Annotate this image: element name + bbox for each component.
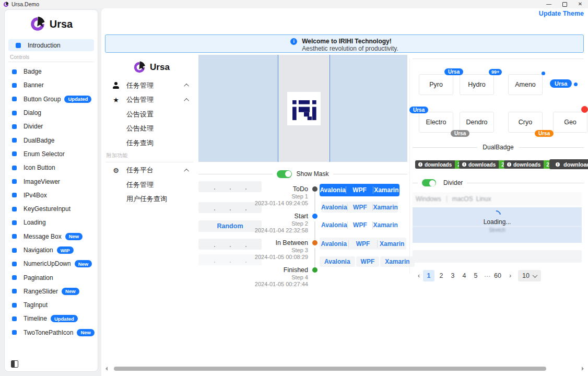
loading-panel: Stretch Loading... bbox=[413, 207, 582, 243]
divider-line bbox=[198, 174, 273, 174]
menu-subitem-announcement-settings[interactable]: 公告设置 bbox=[104, 107, 198, 122]
page-next-button[interactable]: › bbox=[507, 270, 514, 281]
status-badge: New bbox=[75, 260, 92, 267]
xamarin-button[interactable]: Xamarin bbox=[372, 204, 398, 211]
irihi-logo-image bbox=[287, 92, 321, 125]
sidebar-item-navigation[interactable]: NavigationWIP bbox=[5, 243, 98, 257]
sidebar-item-introduction[interactable]: Introduction bbox=[8, 39, 94, 51]
xamarin-button[interactable]: Xamarin bbox=[373, 186, 399, 194]
page-1-button[interactable]: 1 bbox=[423, 270, 434, 281]
show-mask-toggle[interactable] bbox=[277, 170, 292, 178]
scroll-right-arrow[interactable] bbox=[582, 367, 584, 371]
wpf-button[interactable]: WPF bbox=[347, 204, 373, 211]
minimize-button[interactable]: — bbox=[541, 0, 557, 8]
bullet-icon bbox=[12, 262, 17, 266]
bullet-icon bbox=[12, 166, 17, 170]
avalonia-button[interactable]: Avalonia bbox=[321, 221, 347, 229]
page-2-button[interactable]: 2 bbox=[436, 270, 447, 281]
banner-subtitle: Aesthetic revolution of productivity. bbox=[302, 45, 398, 52]
sidebar-item-pagination[interactable]: Pagination bbox=[5, 271, 98, 284]
page-5-button[interactable]: 5 bbox=[470, 270, 481, 281]
sidebar-item-timeline[interactable]: TimelineUpdated bbox=[5, 312, 98, 325]
horizontal-scrollbar-thumb[interactable] bbox=[114, 367, 546, 371]
xamarin-button[interactable]: Xamarin bbox=[372, 221, 398, 229]
chevron-up-icon[interactable] bbox=[184, 98, 189, 103]
image-viewer[interactable] bbox=[198, 55, 407, 162]
divider-line bbox=[413, 183, 418, 183]
sidebar-item-button-group[interactable]: Button GroupUpdated bbox=[5, 92, 98, 106]
sidebar-item-icon-button[interactable]: Icon Button bbox=[5, 161, 98, 174]
ursa-standalone-badge: Ursa bbox=[550, 79, 572, 88]
menu-subitem-task-query[interactable]: 任务查询 bbox=[104, 136, 198, 150]
sidebar-item-message-box[interactable]: Message BoxNew bbox=[5, 230, 98, 243]
menu-subitem-announcement-processing[interactable]: 公告处理 bbox=[104, 122, 198, 136]
loading-text: Loading... bbox=[413, 218, 582, 226]
page-prev-button[interactable]: ‹ bbox=[415, 270, 422, 281]
bullet-icon bbox=[12, 275, 17, 280]
sidebar-item-dialog[interactable]: Dialog bbox=[5, 106, 98, 120]
menu-subitem-task-management[interactable]: 任务管理 bbox=[104, 178, 198, 192]
chevron-up-icon[interactable] bbox=[184, 84, 189, 89]
close-button[interactable]: ✕ bbox=[572, 0, 588, 8]
sidebar-item-taginput[interactable]: TagInput bbox=[5, 298, 98, 312]
bullet-icon bbox=[12, 124, 17, 129]
viewer-left-mask bbox=[198, 55, 278, 162]
avalonia-button[interactable]: Avalonia bbox=[320, 186, 346, 194]
page-60-button[interactable]: 60 bbox=[492, 270, 503, 281]
bullet-icon bbox=[12, 69, 17, 74]
timeline-dot-finished bbox=[312, 267, 317, 273]
button-group-solid: Avalonia WPF Xamarin bbox=[320, 184, 399, 196]
update-theme-button[interactable]: Update Theme bbox=[539, 10, 584, 17]
timeline-dot-start bbox=[312, 214, 317, 219]
sidebar-item-divider[interactable]: Divider bbox=[5, 120, 98, 133]
menu-logo-text: Ursa bbox=[150, 62, 170, 73]
wpf-button[interactable]: WPF bbox=[356, 256, 380, 267]
xamarin-button[interactable]: Xamarin bbox=[377, 240, 406, 248]
bullet-icon bbox=[12, 151, 17, 156]
sidebar-item-ipv4box[interactable]: IPv4Box bbox=[5, 189, 98, 202]
menu-item-announcement-management[interactable]: ★ 公告管理 bbox=[104, 93, 198, 108]
tab-linux: Linux bbox=[476, 195, 491, 203]
divider-toggle[interactable] bbox=[422, 179, 436, 186]
scroll-left-arrow[interactable] bbox=[105, 367, 108, 371]
menu-item-task-management[interactable]: 任务管理 bbox=[104, 78, 198, 93]
sidebar-item-keygestureinput[interactable]: KeyGestureInput bbox=[5, 202, 98, 216]
sidebar-section-controls: Controls bbox=[8, 51, 94, 62]
divider-line bbox=[409, 58, 410, 274]
bullet-icon bbox=[12, 179, 17, 184]
wpf-button[interactable]: WPF bbox=[347, 221, 373, 229]
sidebar-item-twotonepathicon[interactable]: TwoTonePathIconNew bbox=[5, 326, 98, 339]
avalonia-button[interactable]: Avalonia bbox=[320, 256, 355, 267]
status-badge: New bbox=[65, 233, 83, 240]
maximize-button[interactable] bbox=[557, 0, 572, 8]
sidebar-item-banner[interactable]: Banner bbox=[5, 78, 98, 92]
chevron-up-icon[interactable] bbox=[184, 169, 189, 174]
red-dot-badge bbox=[581, 106, 588, 113]
button-group-chips: Avalonia WPF Xamarin bbox=[320, 256, 415, 267]
masked-content: Stretch bbox=[413, 227, 582, 233]
menu-item-task-platform[interactable]: ⚙ 任务平台 bbox=[104, 163, 198, 178]
sidebar-logo: Ursa bbox=[5, 10, 98, 38]
tab-macos: macOS bbox=[452, 195, 473, 203]
status-badge: WIP bbox=[57, 246, 74, 254]
avalonia-button[interactable]: Avalonia bbox=[321, 204, 347, 211]
page-4-button[interactable]: 4 bbox=[458, 270, 470, 281]
sidebar-item-imageviewer[interactable]: ImageViewer bbox=[5, 174, 98, 188]
show-mask-label: Show Mask bbox=[296, 170, 328, 178]
page-size-select[interactable]: 10 bbox=[518, 270, 541, 281]
avalonia-button[interactable]: Avalonia bbox=[320, 240, 348, 248]
badge-cell-hydro: Hydro bbox=[460, 74, 494, 95]
page-3-button[interactable]: 3 bbox=[447, 270, 458, 281]
sidebar-item-badge[interactable]: Badge bbox=[5, 65, 98, 78]
sidebar-item-dualbadge[interactable]: DualBadge bbox=[5, 133, 98, 147]
sidebar-item-numericupdown[interactable]: NumericUpDownNew bbox=[5, 257, 98, 271]
sidebar-item-rangeslider[interactable]: RangeSliderNew bbox=[5, 285, 98, 298]
menu-subitem-user-task-query[interactable]: 用户任务查询 bbox=[104, 192, 198, 207]
sidebar-item-loading[interactable]: Loading bbox=[5, 216, 98, 229]
collapse-sidebar-icon[interactable] bbox=[11, 360, 18, 368]
wpf-button[interactable]: WPF bbox=[348, 240, 378, 248]
wpf-button[interactable]: WPF bbox=[346, 186, 372, 194]
dualbadge-divider: DualBadge bbox=[413, 143, 584, 151]
timeline-entry: Start Step 2 2024-01-04 22:32:58 bbox=[198, 212, 308, 234]
sidebar-item-enum-selector[interactable]: Enum Selector bbox=[5, 147, 98, 161]
